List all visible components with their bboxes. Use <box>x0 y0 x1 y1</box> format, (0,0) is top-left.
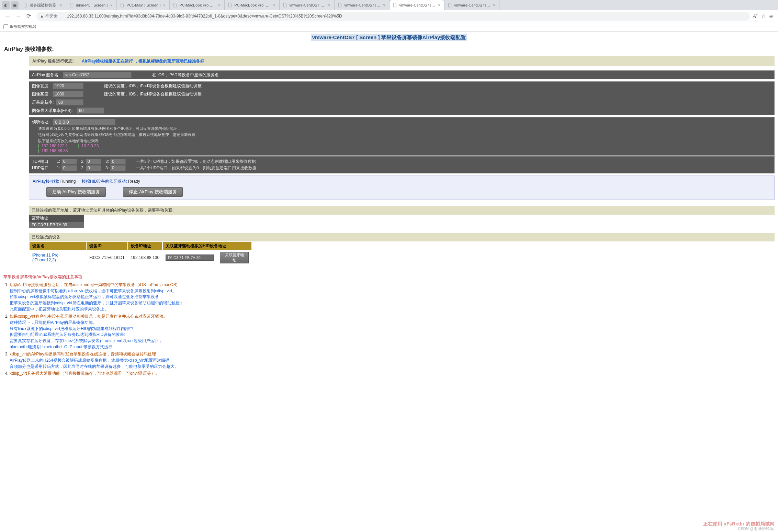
ctrl-k1: AirPlay接收端: <box>33 179 59 184</box>
close-icon[interactable]: × <box>162 3 167 8</box>
browser-tab[interactable]: PC1-Main [ Screen ]× <box>117 0 170 10</box>
close-icon[interactable]: × <box>272 3 277 8</box>
bookmark-label: 服务端被控机器 <box>10 24 36 29</box>
listen-input[interactable] <box>53 119 115 125</box>
tcp-label: TCP端口 <box>32 159 53 165</box>
start-airplay-button[interactable]: 启动 AirPlay 接收端服务 <box>46 187 106 197</box>
browser-tab[interactable]: vmware-CentOS7 [ Scre× <box>390 0 444 10</box>
listen-ip-2: 10.3.0.33 <box>81 144 99 148</box>
browser-tab[interactable]: PC-MacBook Pro [ Scree× <box>225 0 280 10</box>
page-icon <box>227 3 232 8</box>
forward-button[interactable]: → <box>14 12 23 21</box>
tcp-port-1[interactable] <box>61 159 77 165</box>
close-icon[interactable]: × <box>382 3 386 8</box>
browser-tabs-bar: ◐ ▣ 服务端被控机器×mimi-PC [ Screen ]×PC1-Main … <box>0 0 778 10</box>
browser-tab[interactable]: 服务端被控机器× <box>20 0 66 10</box>
tab-title: 服务端被控机器 <box>30 3 57 8</box>
close-icon[interactable]: × <box>58 3 63 8</box>
tab-title: PC1-Main [ Screen ] <box>126 3 160 7</box>
reader-icon[interactable]: A» <box>753 13 758 19</box>
udp-tail: 一共3个UDP端口，如果都设置为0，则动态创建端口用来接收数据 <box>136 165 257 171</box>
img-width-input[interactable] <box>53 83 83 89</box>
browser-tab[interactable]: mimi-PC [ Screen ]× <box>66 0 117 10</box>
img-width-label: 图像宽度: <box>32 83 53 89</box>
ports-block: TCP端口 1: 2: 3: 一共3个TCP端口，如果都设置为0，则动态创建端口… <box>29 156 775 173</box>
page-icon <box>69 3 74 8</box>
ctrl-k2: 模拟HID设备的蓝牙驱动: <box>82 179 127 184</box>
profile-icon[interactable]: ◐ <box>2 1 10 9</box>
ctrl-v2: Ready <box>128 179 140 184</box>
favorite-icon[interactable]: ☆ <box>761 13 766 19</box>
service-name-input[interactable] <box>63 72 132 78</box>
close-icon[interactable]: × <box>217 3 222 8</box>
udp-port-1[interactable] <box>61 165 77 171</box>
url-field[interactable]: ▲不安全| 192.168.88.33:11000/airplay.html?i… <box>36 12 750 21</box>
reload-button[interactable]: ⟳ <box>24 12 33 21</box>
tab-title: vmware-CentOS7 [ Scre <box>344 3 380 7</box>
refresh-label: 屏幕刷新率: <box>32 100 56 105</box>
bookmarks-bar: 服务端被控机器 <box>0 22 778 32</box>
status-value: AirPlay接收端服务正在运行 ，模拟鼠标键盘的蓝牙驱动已经准备好 <box>82 59 204 64</box>
note-1: 启动AirPlay接收端服务之后，在与xdisp_virt同一局域网中的苹果设备… <box>10 282 775 312</box>
status-row: AirPlay 服务运行状态: AirPlay接收端服务正在运行 ，模拟鼠标键盘… <box>29 56 775 66</box>
tcp-tail: 一共3个TCP端口，如果都设置为0，则动态创建端口用来接收数据 <box>136 159 256 165</box>
browser-tab[interactable]: PC-MacBook Pro List× <box>170 0 225 10</box>
img-height-tail: 建议的高度，iOS，iPad等设备会根据建议值自动调整 <box>104 91 202 97</box>
bt-sub: 蓝牙地址 <box>29 215 84 222</box>
menu-icon[interactable]: ⊕ <box>769 13 773 19</box>
close-icon[interactable]: × <box>109 3 114 8</box>
ctrl-v1: Running <box>60 179 76 184</box>
back-button[interactable]: ← <box>3 12 12 21</box>
dev-col2: 设备ID <box>87 242 127 250</box>
control-box: AirPlay接收端: Running 模拟HID设备的蓝牙驱动: Ready … <box>29 176 775 200</box>
insecure-icon: ▲ <box>40 14 44 19</box>
service-name-tail: 在 iOS，iPAD等设备中显示的服务名 <box>152 72 219 78</box>
browser-tab[interactable]: vmware-CentOS7 List× <box>280 0 335 10</box>
tab-title: PC-MacBook Pro List <box>179 3 215 7</box>
note-3: xdisp_virt的AirPlay能提供同时32台苹果设备在线连接，音频和视频… <box>10 351 775 370</box>
img-height-label: 图像高度: <box>32 91 53 97</box>
listen-block: 侦听地址: 通常设置为 0.0.0.0, 如果系统具有多块网卡和多个IP地址，可… <box>29 117 775 156</box>
dev-col1: 设备名 <box>30 242 86 250</box>
close-icon[interactable]: × <box>327 3 331 8</box>
dev-col3: 设备IP地址 <box>128 242 162 250</box>
page-icon <box>337 3 342 8</box>
fps-input[interactable] <box>77 107 104 114</box>
stop-airplay-button[interactable]: 停止 AirPlay 接收端服务 <box>123 187 182 197</box>
notes-title: 苹果设备屏幕镜像AirPlay接收端的注意事项: <box>3 274 775 280</box>
dev-name: iPhone 11 Pro (iPhone12,3) <box>30 251 86 264</box>
listen-desc1: 通常设置为 0.0.0.0, 如果系统具有多块网卡和多个IP地址，可以设置具体的… <box>38 126 771 131</box>
udp-port-3[interactable] <box>110 165 126 171</box>
close-icon[interactable]: × <box>437 3 441 8</box>
page-icon <box>172 3 177 8</box>
tcp-port-3[interactable] <box>110 159 126 165</box>
page-icon <box>282 3 287 8</box>
bookmark-item[interactable]: 服务端被控机器 <box>3 24 36 29</box>
refresh-input[interactable] <box>56 99 83 105</box>
bt-mac: F0:C3:71:EB:7A:39 <box>29 222 84 228</box>
browser-tab[interactable]: vmware-CentOS7 [ Scre× <box>444 0 499 10</box>
window-icon[interactable]: ▣ <box>11 1 19 9</box>
listen-label: 侦听地址: <box>32 119 53 125</box>
notes: 苹果设备屏幕镜像AirPlay接收端的注意事项: 启动AirPlay接收端服务之… <box>3 274 775 377</box>
listen-desc2: 这样可以减少因为复杂的网络环境造成iOS无法识别等问题，但若系统地址改变，需要重… <box>38 132 771 137</box>
browser-tab[interactable]: vmware-CentOS7 [ Scre× <box>335 0 390 10</box>
page-icon <box>23 3 27 8</box>
page-icon <box>392 3 397 8</box>
bt-head: 已经连接的蓝牙地址，蓝牙地址无法和具体的AirPlay设备关联，需要手动关联: <box>29 206 775 215</box>
table-row: iPhone 11 Pro (iPhone12,3) F0:C3:71:E6:1… <box>30 251 251 264</box>
address-bar: ← → ⟳ ▲不安全| 192.168.88.33:11000/airplay.… <box>0 10 778 22</box>
dev-link-input[interactable] <box>166 254 214 261</box>
tab-title: mimi-PC [ Screen ] <box>76 3 108 7</box>
close-icon[interactable]: × <box>492 3 496 8</box>
dev-link-button[interactable]: 关联蓝牙地址 <box>220 252 249 263</box>
tab-title: vmware-CentOS7 [ Scre <box>399 3 435 7</box>
tcp-port-2[interactable] <box>86 159 101 165</box>
dev-id: F0:C3:71:E6:18:D1 <box>87 251 127 264</box>
udp-port-2[interactable] <box>86 165 101 171</box>
insecure-label: 不安全 <box>45 13 58 19</box>
img-height-input[interactable] <box>53 91 83 97</box>
tab-title: vmware-CentOS7 List <box>289 3 325 7</box>
service-name-label: AirPlay 服务名: <box>32 72 63 78</box>
listen-desc3: 以下是系统有效的本地侦听地址列表: <box>38 138 771 144</box>
